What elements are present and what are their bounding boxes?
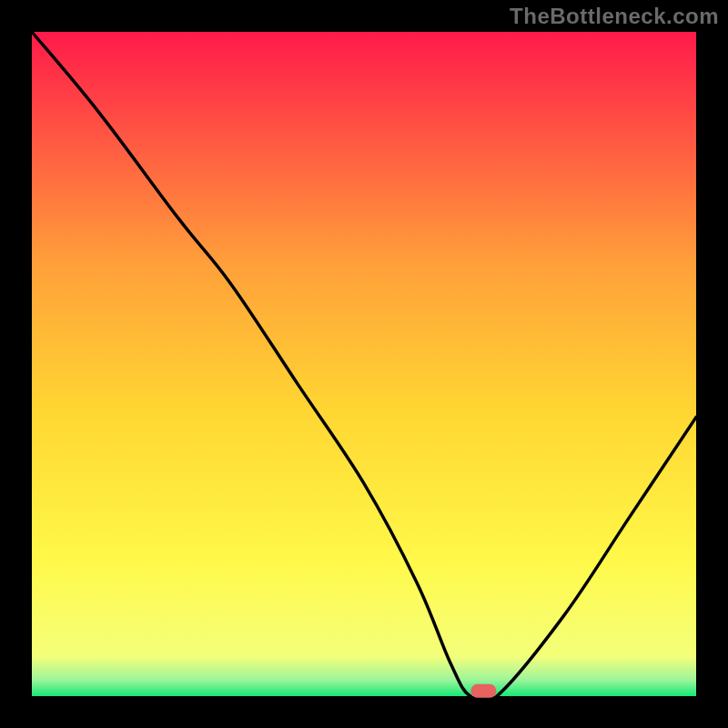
bottleneck-plot <box>0 0 728 728</box>
chart-container: { "attribution": "TheBottleneck.com", "c… <box>0 0 728 728</box>
attribution-label: TheBottleneck.com <box>510 4 719 29</box>
current-marker <box>470 684 496 698</box>
gradient-background <box>32 32 696 696</box>
